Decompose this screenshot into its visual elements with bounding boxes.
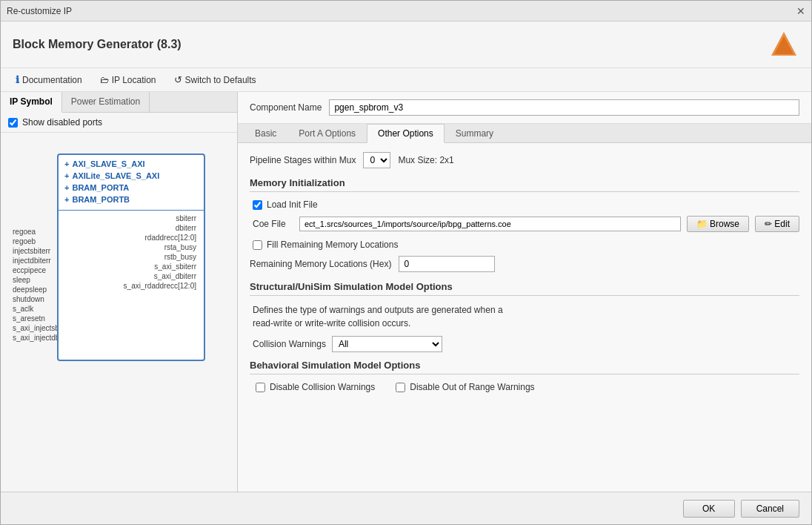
structural-desc: Defines the type of warnings and outputs… <box>250 303 799 330</box>
expand-icon-porta[interactable]: + <box>64 183 69 192</box>
disable-collision-label[interactable]: Disable Collision Warnings <box>270 382 375 392</box>
collision-warnings-row: Collision Warnings All WARNING GENERATE_… <box>250 336 799 352</box>
fill-remaining-checkbox[interactable] <box>253 240 262 250</box>
memory-init-header: Memory Initialization <box>250 177 799 192</box>
tab-port-a-options[interactable]: Port A Options <box>287 124 367 142</box>
ip-location-button[interactable]: 🗁 IP Location <box>97 73 159 87</box>
component-name-input[interactable] <box>329 99 799 116</box>
other-options-content: Pipeline Stages within Mux 0 1 2 Mux Siz… <box>238 143 811 492</box>
ip-location-label: IP Location <box>112 75 156 85</box>
right-panel: Component Name Basic Port A Options Othe… <box>238 92 811 492</box>
component-name-label: Component Name <box>250 102 322 113</box>
bram-portb: + BRAM_PORTB <box>64 194 198 205</box>
show-disabled-row: Show disabled ports <box>1 113 237 133</box>
folder-browse-icon: 📁 <box>696 219 708 229</box>
expand-icon-axilite-slave[interactable]: + <box>64 171 69 180</box>
header: Block Memory Generator (8.3) <box>1 22 811 68</box>
bram-porta: + BRAM_PORTA <box>64 182 198 194</box>
documentation-button[interactable]: ℹ Documentation <box>13 73 85 87</box>
port-saxi-sbiterr: s_axi_sbiterr <box>63 262 199 271</box>
load-init-file-row: Load Init File <box>250 199 799 210</box>
main-window: Re-customize IP ✕ Block Memory Generator… <box>0 0 812 525</box>
toolbar: ℹ Documentation 🗁 IP Location ↺ Switch t… <box>1 68 811 92</box>
tab-summary[interactable]: Summary <box>445 124 505 142</box>
close-button[interactable]: ✕ <box>796 5 805 17</box>
port-dbiterr: dbiterr <box>63 223 199 233</box>
disable-out-of-range-row: Disable Out of Range Warnings <box>393 382 534 392</box>
mux-size-label: Mux Size: 2x1 <box>398 155 453 165</box>
expand-icon-axi-slave[interactable]: + <box>64 159 69 168</box>
right-tab-bar: Basic Port A Options Other Options Summa… <box>238 124 811 143</box>
bram-divider <box>59 210 204 211</box>
port-rdaddrecc: rdaddrecc[12:0] <box>63 233 199 242</box>
edit-label: Edit <box>774 219 790 229</box>
port-rstb-busy: rstb_busy <box>63 252 199 262</box>
symbol-area: regoea regoeb injectsbiterr injectdbiter… <box>1 133 237 492</box>
vivado-logo <box>768 29 799 60</box>
coe-file-label: Coe File <box>253 219 293 229</box>
load-init-checkbox[interactable] <box>253 200 262 210</box>
remaining-hex-row: Remaining Memory Locations (Hex) <box>250 256 799 272</box>
disable-out-of-range-checkbox[interactable] <box>396 383 405 392</box>
bram-axi-slave: + AXI_SLAVE_S_AXI <box>64 158 198 170</box>
component-name-row: Component Name <box>238 92 811 124</box>
show-disabled-checkbox[interactable] <box>8 118 18 128</box>
ok-button[interactable]: OK <box>683 500 735 518</box>
collision-warnings-select[interactable]: All WARNING GENERATE_X_ONLY NONE <box>332 336 442 352</box>
coe-file-row: Coe File 📁 Browse ✏ Edit <box>250 216 799 232</box>
disable-collision-row: Disable Collision Warnings <box>253 382 375 392</box>
left-tab-bar: IP Symbol Power Estimation <box>1 92 237 113</box>
expand-icon-portb[interactable]: + <box>64 195 69 204</box>
edit-icon: ✏ <box>765 219 772 229</box>
pipeline-stages-select[interactable]: 0 1 2 <box>363 152 390 168</box>
port-rsta-busy: rsta_busy <box>63 242 199 252</box>
bram-box-inner: + AXI_SLAVE_S_AXI + AXILite_SLAVE_S_AXI … <box>59 155 204 208</box>
bram-symbol-box: + AXI_SLAVE_S_AXI + AXILite_SLAVE_S_AXI … <box>57 153 205 361</box>
browse-label: Browse <box>710 219 739 229</box>
app-title: Block Memory Generator (8.3) <box>13 38 182 51</box>
coe-file-input[interactable] <box>299 217 681 231</box>
cancel-button[interactable]: Cancel <box>741 500 799 518</box>
browse-button[interactable]: 📁 Browse <box>687 216 749 232</box>
switch-defaults-label: Switch to Defaults <box>185 75 256 85</box>
tab-ip-symbol[interactable]: IP Symbol <box>1 92 62 113</box>
switch-defaults-button[interactable]: ↺ Switch to Defaults <box>171 73 259 87</box>
bram-axilite-slave: + AXILite_SLAVE_S_AXI <box>64 170 198 182</box>
disable-collision-checkbox[interactable] <box>256 383 265 392</box>
structural-header: Structural/UniSim Simulation Model Optio… <box>250 281 799 296</box>
port-saxi-rdaddrecc: s_axi_rdaddrecc[12:0] <box>63 281 199 291</box>
title-bar: Re-customize IP ✕ <box>1 1 811 22</box>
behavioral-header: Behavioral Simulation Model Options <box>250 360 799 374</box>
tab-basic[interactable]: Basic <box>244 124 287 142</box>
fill-remaining-label[interactable]: Fill Remaining Memory Locations <box>267 240 398 250</box>
tab-power-estimation[interactable]: Power Estimation <box>62 92 150 112</box>
load-init-label[interactable]: Load Init File <box>267 199 318 210</box>
collision-warnings-label: Collision Warnings <box>253 339 326 349</box>
behavioral-options-row: Disable Collision Warnings Disable Out o… <box>250 382 799 398</box>
fill-remaining-row: Fill Remaining Memory Locations <box>250 240 799 250</box>
left-panel: IP Symbol Power Estimation Show disabled… <box>1 92 238 492</box>
edit-button[interactable]: ✏ Edit <box>755 216 799 232</box>
info-icon: ℹ <box>16 74 19 85</box>
documentation-label: Documentation <box>22 75 82 85</box>
tab-other-options[interactable]: Other Options <box>367 124 445 143</box>
pipeline-stages-row: Pipeline Stages within Mux 0 1 2 Mux Siz… <box>250 152 799 168</box>
window-title: Re-customize IP <box>7 6 72 16</box>
show-disabled-label[interactable]: Show disabled ports <box>22 117 102 128</box>
right-ports-labels: sbiterr dbiterr rdaddrecc[12:0] rsta_bus… <box>59 212 204 292</box>
port-saxi-dbiterr: s_axi_dbiterr <box>63 271 199 281</box>
main-content: IP Symbol Power Estimation Show disabled… <box>1 92 811 492</box>
port-sbiterr: sbiterr <box>63 214 199 223</box>
remaining-hex-input[interactable] <box>399 256 495 272</box>
pipeline-stages-label: Pipeline Stages within Mux <box>250 155 356 165</box>
footer: OK Cancel <box>1 492 811 524</box>
refresh-icon: ↺ <box>174 74 182 85</box>
folder-icon: 🗁 <box>100 75 109 85</box>
remaining-hex-label: Remaining Memory Locations (Hex) <box>250 259 391 269</box>
disable-out-of-range-label[interactable]: Disable Out of Range Warnings <box>410 382 534 392</box>
